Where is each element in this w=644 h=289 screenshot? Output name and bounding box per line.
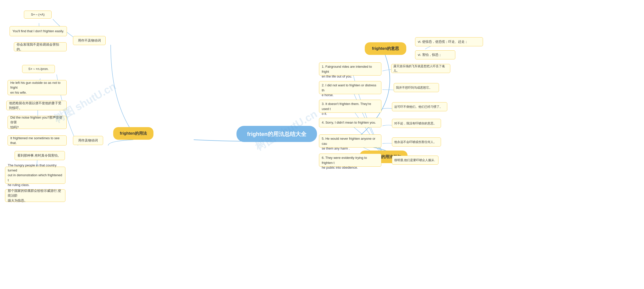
- pattern1-node: S+～(+A): [24, 11, 52, 19]
- ex5-en-node: The hungry people in that country turned…: [5, 167, 65, 184]
- l1-meaning-node: frighten的意思: [365, 42, 406, 55]
- eg3-cn-node: 这可吓不倒他们。他们已经习惯了。: [392, 102, 447, 111]
- intrans-label: 用作不及物动词: [73, 36, 106, 45]
- eg3-en-node: 3. It doesn't frighten them. They're use…: [319, 100, 381, 113]
- eg6-cn-node: 很明显,他们是要吓唬众人服从.: [392, 156, 438, 165]
- eg4-cn-node: 对不起，我没有吓唬你的意思。: [392, 119, 441, 128]
- ex1-cn-node: 你会发现我不是轻易就会害怕的。: [14, 42, 67, 51]
- ex3-en-node: Did the noise frighten you?那声音使你害 怕吗?: [8, 116, 67, 129]
- ex2-cn-node: 他把枪留在外面以便不使他的妻子受到惊吓。: [6, 101, 67, 110]
- ex2-en-node: He left his gun outside so as not to fri…: [8, 80, 67, 95]
- eg1-cn-node: 露天游乐场的飞车就是想把人吓丢了魂儿。: [391, 64, 450, 73]
- ex1-en-node: You'll find that I don't frighten easily…: [10, 26, 67, 36]
- meaning-vt-node: vt. 使惊恐，使恐慌；吓走、赶走；: [415, 37, 483, 46]
- eg2-cn-node: 我并不想吓到马或惹怒它。: [394, 83, 439, 92]
- ex4-cn-node: 看到那种事,有时真令我害怕。: [15, 151, 65, 160]
- eg1-en-node: 1. Fairground rides are intended to frig…: [319, 62, 381, 76]
- meaning-vi-node: vi. 害怕，惊恐；: [415, 50, 455, 59]
- pattern2-node: S+～+n./pron.: [22, 65, 55, 73]
- ex5-cn-node: 那个国家的饥饿群众纷纷示威游行,使统治阶 级大为惊恐。: [5, 189, 65, 202]
- eg6-en-node: 6. They were evidently trying to frighte…: [319, 154, 381, 167]
- ex4-en-node: It frightened me sometimes to see that.: [8, 135, 67, 146]
- center-node: frighten的用法总结大全: [236, 126, 317, 142]
- l1-usage-node: frighten的用法: [113, 127, 153, 140]
- mindmap-container: frighten的用法总结大全 frighten的用法 frighten的意思 …: [0, 0, 644, 289]
- eg2-en-node: 2. I did not want to frighten or distres…: [319, 81, 381, 94]
- eg5-en-node: 5. He would never frighten anyone or cau…: [319, 134, 381, 148]
- eg4-en-node: 4. Sorry, I didn't mean to frighten you.: [319, 118, 381, 127]
- trans-label: 用作及物动词: [73, 136, 103, 145]
- eg5-cn-node: 他永远不会吓唬或伤害任何人。: [392, 137, 441, 147]
